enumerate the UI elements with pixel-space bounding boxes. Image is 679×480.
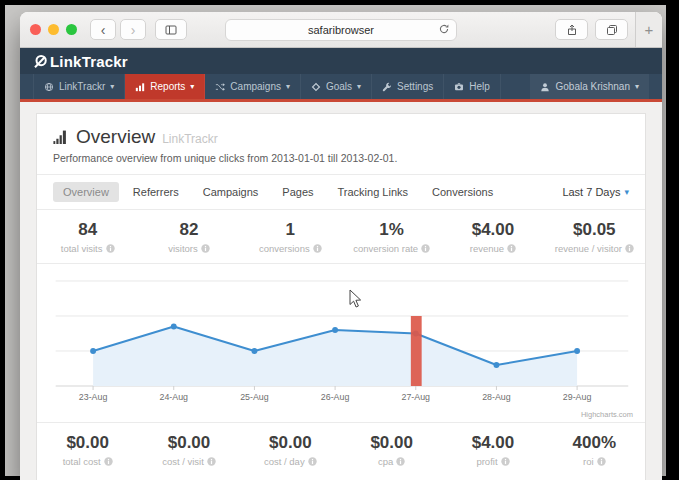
share-button[interactable] bbox=[555, 19, 588, 40]
info-icon[interactable] bbox=[597, 457, 606, 466]
x-axis-label: 25-Aug bbox=[240, 392, 269, 402]
info-icon[interactable] bbox=[106, 244, 115, 253]
x-axis-label: 27-Aug bbox=[402, 392, 431, 402]
user-name: Gobala Krishnan bbox=[555, 81, 630, 92]
info-icon[interactable] bbox=[625, 244, 634, 253]
sidebar-icon bbox=[165, 24, 177, 36]
info-icon[interactable] bbox=[313, 244, 322, 253]
stat-label-text: revenue / visitor bbox=[555, 243, 622, 254]
nav-item-label: LinkTrackr bbox=[59, 81, 105, 92]
nav-item-label: Goals bbox=[326, 81, 352, 92]
tab-campaigns[interactable]: Campaigns bbox=[193, 182, 269, 202]
tab-overview-button[interactable] bbox=[595, 19, 628, 40]
stat-total-cost: $0.00total cost bbox=[37, 433, 138, 467]
tab-overview[interactable]: Overview bbox=[53, 182, 119, 202]
info-icon[interactable] bbox=[396, 457, 405, 466]
date-range-dropdown[interactable]: Last 7 Days ▾ bbox=[562, 186, 629, 198]
stat-value: 400% bbox=[544, 433, 645, 453]
chevron-down-icon: ▾ bbox=[286, 82, 290, 91]
stat-label: visitors bbox=[138, 243, 239, 254]
info-icon[interactable] bbox=[201, 244, 210, 253]
linktrackr-logo[interactable]: LinkTrackr bbox=[33, 53, 128, 70]
stat-label: cost / visit bbox=[138, 456, 239, 467]
stats-row-bottom: $0.00total cost$0.00cost / visit$0.00cos… bbox=[37, 423, 645, 476]
stat-conversions: 1conversions bbox=[240, 220, 341, 254]
info-icon[interactable] bbox=[421, 244, 430, 253]
nav-item-label: Help bbox=[469, 81, 490, 92]
report-tabs: OverviewReferrersCampaignsPagesTracking … bbox=[37, 175, 645, 210]
info-icon[interactable] bbox=[104, 457, 113, 466]
stat-label-text: cost / day bbox=[264, 456, 305, 467]
info-icon[interactable] bbox=[308, 457, 317, 466]
stat-label: cpa bbox=[341, 456, 442, 467]
stat-value: 1% bbox=[341, 220, 442, 240]
chevron-down-icon: ▾ bbox=[190, 82, 194, 91]
shuffle-icon bbox=[215, 82, 225, 92]
desktop-background: ‹ › safaribrowser bbox=[5, 5, 666, 476]
forward-button[interactable]: › bbox=[120, 19, 146, 40]
stat-label-text: conversions bbox=[259, 243, 310, 254]
stat-profit: $4.00profit bbox=[442, 433, 543, 467]
minimize-window-button[interactable] bbox=[48, 24, 59, 35]
nav-item-linktrackr[interactable]: LinkTrackr▾ bbox=[33, 74, 125, 99]
stat-label: cost / day bbox=[240, 456, 341, 467]
close-window-button[interactable] bbox=[30, 24, 41, 35]
stat-label: total visits bbox=[37, 243, 138, 254]
chevron-down-icon: ▾ bbox=[357, 82, 361, 91]
stat-label-text: cpa bbox=[378, 456, 393, 467]
nav-item-settings[interactable]: Settings bbox=[372, 74, 444, 99]
address-text: safaribrowser bbox=[308, 24, 374, 36]
tab-referrers[interactable]: Referrers bbox=[123, 182, 189, 202]
stat-label: conversions bbox=[240, 243, 341, 254]
stat-label-text: conversion rate bbox=[353, 243, 418, 254]
conversion-column[interactable] bbox=[411, 316, 422, 386]
new-tab-button[interactable]: + bbox=[635, 12, 662, 47]
sidebar-toggle-button[interactable] bbox=[155, 19, 187, 40]
stat-conversion-rate: 1%conversion rate bbox=[341, 220, 442, 254]
tab-conversions[interactable]: Conversions bbox=[422, 182, 503, 202]
wrench-icon bbox=[382, 82, 392, 92]
tabs-icon bbox=[606, 24, 618, 36]
info-icon[interactable] bbox=[501, 457, 510, 466]
nav-item-goals[interactable]: Goals▾ bbox=[301, 74, 372, 99]
stat-value: $4.00 bbox=[442, 220, 543, 240]
report-header: Overview LinkTrackr Performance overview… bbox=[37, 114, 645, 175]
stat-cpa: $0.00cpa bbox=[341, 433, 442, 467]
user-icon bbox=[540, 82, 550, 92]
x-axis-label: 28-Aug bbox=[482, 392, 511, 402]
zoom-window-button[interactable] bbox=[66, 24, 77, 35]
share-icon bbox=[566, 24, 578, 36]
stat-label: total cost bbox=[37, 456, 138, 467]
nav-item-reports[interactable]: Reports▾ bbox=[125, 74, 205, 99]
chevron-down-icon: ▾ bbox=[624, 187, 629, 197]
stat-label-text: visitors bbox=[168, 243, 198, 254]
info-icon[interactable] bbox=[207, 457, 216, 466]
nav-item-label: Settings bbox=[397, 81, 433, 92]
nav-item-campaigns[interactable]: Campaigns▾ bbox=[205, 74, 301, 99]
reload-button[interactable] bbox=[438, 23, 450, 35]
window-controls bbox=[30, 24, 77, 35]
toolbar-right-cluster bbox=[555, 19, 628, 40]
page-subtitle: Performance overview from unique clicks … bbox=[53, 152, 629, 164]
user-menu[interactable]: Gobala Krishnan ▾ bbox=[530, 74, 649, 99]
bar-chart-icon bbox=[135, 82, 145, 92]
tab-pages[interactable]: Pages bbox=[272, 182, 323, 202]
address-bar[interactable]: safaribrowser bbox=[225, 19, 457, 41]
history-buttons: ‹ › bbox=[90, 19, 146, 40]
report-card: Overview LinkTrackr Performance overview… bbox=[36, 113, 646, 480]
date-range-label: Last 7 Days bbox=[562, 186, 620, 198]
site-header: LinkTrackr bbox=[20, 48, 662, 74]
info-icon[interactable] bbox=[507, 244, 516, 253]
stat-value: $0.00 bbox=[37, 433, 138, 453]
stat-label-text: cost / visit bbox=[162, 456, 204, 467]
nav-item-help[interactable]: Help bbox=[444, 74, 501, 99]
back-button[interactable]: ‹ bbox=[90, 19, 116, 40]
logo-icon bbox=[33, 54, 48, 69]
stat-total-visits: 84total visits bbox=[37, 220, 138, 254]
mouse-cursor bbox=[349, 289, 363, 309]
stat-value: 84 bbox=[37, 220, 138, 240]
stat-label-text: profit bbox=[476, 456, 497, 467]
tab-tracking-links[interactable]: Tracking Links bbox=[328, 182, 419, 202]
visits-chart[interactable]: 23-Aug24-Aug25-Aug26-Aug27-Aug28-Aug29-A… bbox=[38, 268, 644, 418]
chart-credit-link[interactable]: Highcharts.com bbox=[581, 410, 633, 419]
